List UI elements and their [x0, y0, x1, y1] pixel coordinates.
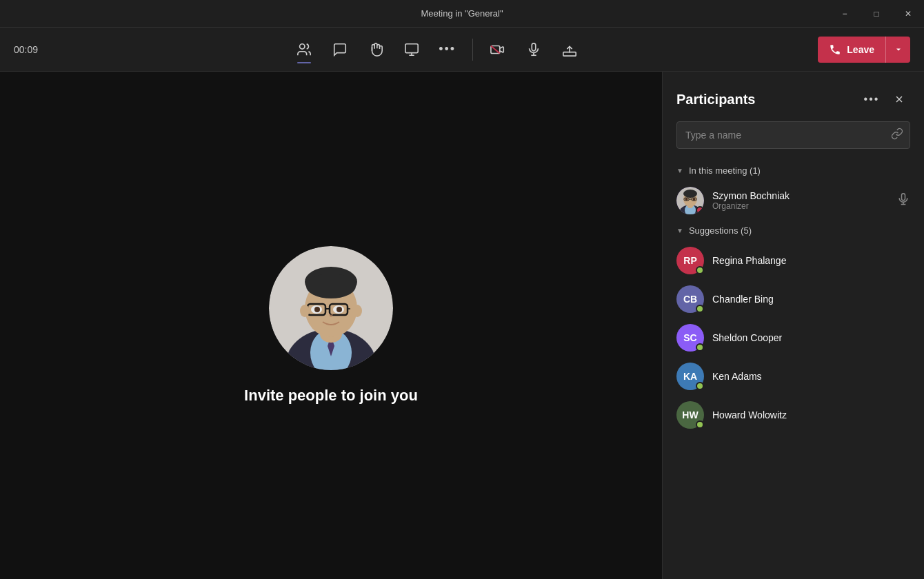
participants-button[interactable] [288, 33, 321, 66]
chat-button[interactable] [323, 33, 356, 66]
leave-dropdown-arrow[interactable] [885, 37, 910, 63]
sheldon-name: Sheldon Cooper [712, 332, 910, 343]
in-meeting-label: In this meeting (1) [689, 165, 761, 176]
participant-item-ken[interactable]: KA Ken Adams [671, 357, 916, 396]
participant-item-howard[interactable]: HW Howard Wolowitz [671, 396, 916, 434]
svg-rect-41 [902, 193, 905, 200]
video-area: Invite people to join you [0, 72, 662, 579]
mic-button[interactable] [517, 33, 550, 66]
svg-rect-8 [563, 52, 575, 56]
szymon-role: Organizer [712, 201, 888, 211]
invite-link-icon[interactable] [891, 128, 903, 143]
howard-info: Howard Wolowitz [712, 409, 910, 420]
ken-name: Ken Adams [712, 371, 910, 382]
participant-item-regina[interactable]: RP Regina Phalange [671, 241, 916, 280]
svg-line-3 [491, 45, 500, 53]
in-meeting-chevron: ▼ [676, 167, 683, 174]
svg-point-35 [683, 190, 697, 198]
participant-item-szymon[interactable]: Szymon Bochniak Organizer [671, 181, 916, 220]
svg-point-16 [306, 274, 356, 298]
svg-point-39 [685, 198, 688, 201]
avatar-howard: HW [676, 401, 704, 429]
leave-button-main[interactable]: Leave [818, 37, 885, 63]
chandler-name: Chandler Bing [712, 294, 910, 305]
regina-info: Regina Phalange [712, 255, 910, 266]
avatar-ken: KA [676, 363, 704, 390]
ken-info: Ken Adams [712, 371, 910, 382]
close-button[interactable]: ✕ [892, 0, 924, 28]
panel-more-button[interactable]: ••• [861, 88, 883, 110]
suggestions-list: RP Regina Phalange CB Chandler Bing [663, 241, 924, 434]
speaker-avatar [269, 246, 393, 370]
chandler-info: Chandler Bing [712, 294, 910, 305]
szymon-info: Szymon Bochniak Organizer [712, 190, 888, 211]
avatar-szymon [676, 187, 704, 214]
svg-point-27 [352, 305, 362, 317]
svg-point-26 [300, 305, 310, 317]
sheldon-info: Sheldon Cooper [712, 332, 910, 343]
share-screen-button[interactable] [395, 33, 428, 66]
panel-header: Participants ••• [663, 72, 924, 121]
participants-panel: Participants ••• [662, 72, 924, 579]
svg-rect-4 [532, 43, 536, 50]
main-content: Invite people to join you Participants •… [0, 72, 924, 579]
in-meeting-section-header[interactable]: ▼ In this meeting (1) [663, 160, 924, 181]
participant-item-chandler[interactable]: CB Chandler Bing [671, 280, 916, 318]
more-options-button[interactable]: ••• [431, 33, 464, 66]
szymon-name: Szymon Bochniak [712, 190, 888, 201]
search-box [676, 121, 910, 149]
szymon-mic-icon [896, 192, 910, 210]
minimize-button[interactable]: − [829, 0, 861, 28]
panel-header-actions: ••• [861, 88, 910, 110]
invite-text: Invite people to join you [244, 387, 418, 405]
avatar-regina: RP [676, 247, 704, 274]
leave-label: Leave [847, 44, 874, 55]
raise-hand-button[interactable] [359, 33, 392, 66]
toolbar-divider [472, 39, 473, 61]
avatar-sheldon: SC [676, 324, 704, 352]
svg-rect-1 [405, 43, 417, 52]
svg-point-0 [299, 43, 304, 48]
in-meeting-list: Szymon Bochniak Organizer [663, 181, 924, 220]
window-controls: − □ ✕ [829, 0, 924, 28]
svg-point-25 [337, 307, 342, 312]
howard-name: Howard Wolowitz [712, 409, 910, 420]
regina-name: Regina Phalange [712, 255, 910, 266]
toolbar-right: Leave [818, 37, 910, 63]
panel-title: Participants [676, 92, 755, 108]
maximize-button[interactable]: □ [861, 0, 892, 28]
share-tray-button[interactable] [553, 33, 586, 66]
avatar-chandler: CB [676, 285, 704, 313]
participant-item-sheldon[interactable]: SC Sheldon Cooper [671, 318, 916, 357]
suggestions-label: Suggestions (5) [689, 225, 752, 236]
search-input[interactable] [676, 121, 910, 149]
svg-point-24 [314, 307, 320, 312]
suggestions-section-header[interactable]: ▼ Suggestions (5) [663, 220, 924, 241]
leave-button[interactable]: Leave [818, 37, 910, 63]
camera-button[interactable] [481, 33, 514, 66]
suggestions-chevron: ▼ [676, 227, 683, 234]
meeting-timer: 00:09 [14, 44, 55, 55]
title-bar: Meeting in "General" − □ ✕ [0, 0, 924, 28]
meeting-toolbar: 00:09 [0, 28, 924, 72]
toolbar-center-actions: ••• [55, 33, 818, 66]
svg-point-40 [693, 198, 696, 201]
panel-close-button[interactable] [888, 88, 910, 110]
window-title: Meeting in "General" [421, 8, 503, 19]
